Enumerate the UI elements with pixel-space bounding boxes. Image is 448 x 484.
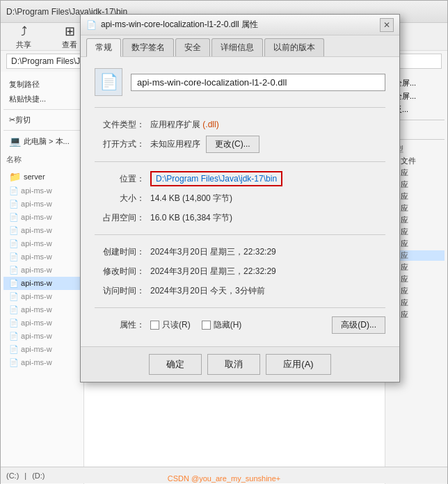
tab-digital-signature[interactable]: 数字签名 xyxy=(122,38,174,56)
readonly-checkbox[interactable] xyxy=(150,321,159,330)
attr-label: 属性： xyxy=(95,316,150,331)
sidebar-item-cut: ✂剪切 xyxy=(3,113,81,127)
prop-row-open-with: 打开方式： 未知应用程序 更改(C)... xyxy=(95,134,385,154)
file-name-box: api-ms-win-core-localization-l1-2-0.dll xyxy=(131,74,385,91)
readonly-checkbox-label[interactable]: 只读(R) xyxy=(150,319,191,331)
prop-row-attributes: 属性： 只读(R) 隐藏(H) 高级(D)... xyxy=(95,315,385,335)
tab-security-label: 安全 xyxy=(184,42,201,52)
location-label: 位置： xyxy=(95,170,150,185)
divider-2 xyxy=(95,161,385,162)
prop-row-size: 大小： 14.4 KB (14,800 字节) xyxy=(95,188,385,208)
prop-row-created: 创建时间： 2024年3月20日 星期三，22:32:29 xyxy=(95,242,385,261)
dialog-title-text: api-ms-win-core-localization-l1-2-0.dll … xyxy=(101,19,258,31)
tab-general[interactable]: 常规 xyxy=(86,38,121,57)
sidebar-item-clipboard: 复制路径 xyxy=(3,77,81,92)
size-value: 14.4 KB (14,800 字节) xyxy=(150,193,385,204)
sidebar-item-api5[interactable]: 📄 api-ms-w xyxy=(3,237,81,250)
sidebar-item-pc[interactable]: 💻 此电脑 > 本... xyxy=(3,134,81,149)
tab-details[interactable]: 详细信息 xyxy=(211,38,263,56)
prop-row-disk: 占用空间： 16.0 KB (16,384 字节) xyxy=(95,208,385,227)
sidebar-item-api6[interactable]: 📄 api-ms-w xyxy=(3,250,81,264)
dialog-title: 📄 api-ms-win-core-localization-l1-2-0.dl… xyxy=(86,19,258,31)
modified-label: 修改时间： xyxy=(95,263,150,277)
open-with-value: 未知应用程序 xyxy=(150,138,200,150)
share-button[interactable]: ⤴ 共享 xyxy=(6,22,41,51)
close-icon: ✕ xyxy=(383,20,390,30)
change-button[interactable]: 更改(C)... xyxy=(206,136,259,153)
file-name-text: api-ms-win-core-localization-l1-2-0.dll xyxy=(137,77,287,88)
modified-value: 2024年3月20日 星期三，22:32:29 xyxy=(150,266,385,277)
dialog-titlebar: 📄 api-ms-win-core-localization-l1-2-0.dl… xyxy=(81,15,399,35)
sidebar-item-api14[interactable]: 📄 api-ms-w xyxy=(3,356,81,369)
sidebar-item-api2[interactable]: 📄 api-ms-w xyxy=(3,197,81,211)
properties-dialog: 📄 api-ms-win-core-localization-l1-2-0.dl… xyxy=(80,14,400,382)
dialog-footer: 确定 取消 应用(A) xyxy=(81,346,399,382)
view-icon: ⊞ xyxy=(61,23,78,40)
hidden-label: 隐藏(H) xyxy=(214,319,242,331)
readonly-label: 只读(R) xyxy=(162,319,191,331)
watermark-text: CSDN @you_are_my_sunshine+ xyxy=(168,474,281,483)
disk-value: 16.0 KB (16,384 字节) xyxy=(150,212,385,224)
accessed-label: 访问时间： xyxy=(95,282,150,297)
advanced-button[interactable]: 高级(D)... xyxy=(332,316,385,334)
prop-row-location: 位置： D:\Program Files\Java\jdk-17\bin xyxy=(95,169,385,188)
nav-c-drive: (C:) xyxy=(6,471,19,480)
sidebar-item-api13[interactable]: 📄 api-ms-w xyxy=(3,343,81,356)
type-label: 文件类型： xyxy=(95,116,150,131)
size-label: 大小： xyxy=(95,190,150,204)
tab-general-label: 常规 xyxy=(95,42,112,52)
sidebar-item-api3[interactable]: 📄 api-ms-w xyxy=(3,211,81,224)
divider-1 xyxy=(95,107,385,108)
sidebar-item-api1[interactable]: 📄 api-ms-w xyxy=(3,184,81,197)
dialog-tabs: 常规 数字签名 安全 详细信息 以前的版本 xyxy=(81,35,399,57)
location-value: D:\Program Files\Java\jdk-17\bin xyxy=(156,174,277,184)
divider-3 xyxy=(95,234,385,235)
open-with-label: 打开方式： xyxy=(95,136,150,150)
hidden-checkbox[interactable] xyxy=(202,321,211,330)
tab-previous-versions-label: 以前的版本 xyxy=(273,42,315,52)
sidebar: 复制路径 粘贴快捷... ✂剪切 💻 此电脑 > 本... 名称 📁 serve… xyxy=(1,72,84,484)
location-content: D:\Program Files\Java\jdk-17\bin xyxy=(150,171,385,186)
attr-row: 只读(R) 隐藏(H) 高级(D)... xyxy=(150,316,385,334)
prop-row-type: 文件类型： 应用程序扩展 (.dll) xyxy=(95,115,385,134)
type-extension: (.dll) xyxy=(202,120,218,129)
type-value: 应用程序扩展 (.dll) xyxy=(150,119,385,131)
sidebar-item-api9[interactable]: 📄 api-ms-w xyxy=(3,290,81,303)
accessed-value: 2024年3月20日 今天，3分钟前 xyxy=(150,285,385,297)
disk-label: 占用空间： xyxy=(95,209,150,224)
sidebar-item-api4[interactable]: 📄 api-ms-w xyxy=(3,224,81,237)
attr-content: 只读(R) 隐藏(H) 高级(D)... xyxy=(150,316,385,334)
pc-icon: 💻 xyxy=(9,136,21,147)
prop-row-modified: 修改时间： 2024年3月20日 星期三，22:32:29 xyxy=(95,261,385,281)
dialog-title-icon: 📄 xyxy=(86,20,97,30)
open-with-row: 未知应用程序 更改(C)... xyxy=(150,136,385,153)
watermark: CSDN @you_are_my_sunshine+ xyxy=(168,474,281,483)
nav-label-names: 名称 xyxy=(3,154,81,165)
file-type-icon: 📄 xyxy=(99,73,118,91)
divider-4 xyxy=(95,307,385,308)
sidebar-item-api12[interactable]: 📄 api-ms-w xyxy=(3,330,81,343)
location-box[interactable]: D:\Program Files\Java\jdk-17\bin xyxy=(150,171,282,186)
dialog-body: 📄 api-ms-win-core-localization-l1-2-0.dl… xyxy=(81,57,399,346)
created-label: 创建时间： xyxy=(95,243,150,258)
apply-button[interactable]: 应用(A) xyxy=(266,354,330,375)
sidebar-item-api7[interactable]: 📄 api-ms-w xyxy=(3,264,81,277)
ok-button[interactable]: 确定 xyxy=(149,354,202,375)
sidebar-folder-server[interactable]: 📁 server xyxy=(3,169,81,184)
file-header: 📄 api-ms-win-core-localization-l1-2-0.dl… xyxy=(95,68,385,96)
hidden-checkbox-label[interactable]: 隐藏(H) xyxy=(202,319,242,331)
cancel-button[interactable]: 取消 xyxy=(207,354,260,375)
tab-digital-signature-label: 数字签名 xyxy=(131,42,165,52)
tab-security[interactable]: 安全 xyxy=(175,38,210,56)
share-icon: ⤴ xyxy=(15,23,32,40)
sidebar-item-api8[interactable]: 📄 api-ms-w xyxy=(3,277,81,290)
file-big-icon: 📄 xyxy=(95,68,122,96)
tab-previous-versions[interactable]: 以前的版本 xyxy=(264,38,324,56)
open-with-content: 未知应用程序 更改(C)... xyxy=(150,136,385,153)
created-value: 2024年3月20日 星期三，22:32:29 xyxy=(150,246,385,258)
dialog-close-button[interactable]: ✕ xyxy=(380,18,394,32)
sidebar-item-api10[interactable]: 📄 api-ms-w xyxy=(3,303,81,316)
sidebar-item-paste: 粘贴快捷... xyxy=(3,92,81,106)
tab-details-label: 详细信息 xyxy=(221,42,254,52)
sidebar-item-api11[interactable]: 📄 api-ms-w xyxy=(3,316,81,330)
